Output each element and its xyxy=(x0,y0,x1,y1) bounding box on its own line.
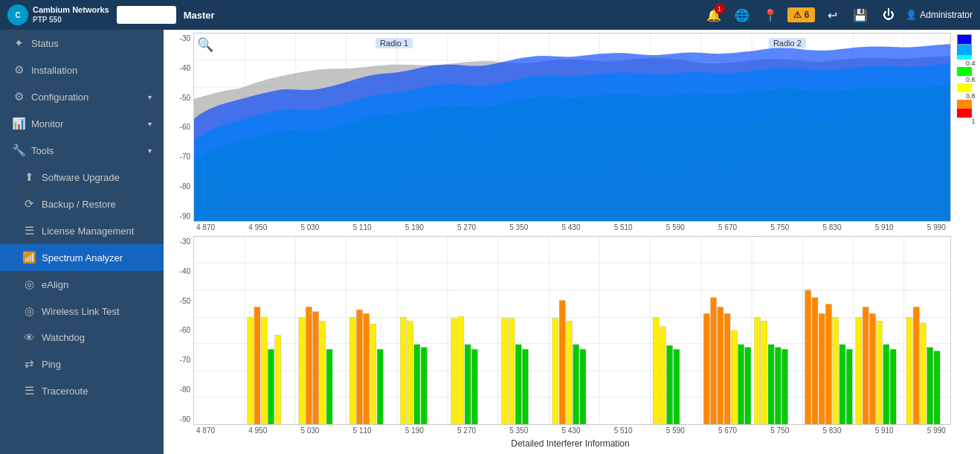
bell-button[interactable]: 🔔 1 xyxy=(703,4,725,26)
power-button[interactable]: ⏻ xyxy=(877,4,900,26)
warning-count: 6 xyxy=(805,10,810,20)
sidebar-item-label: Status xyxy=(31,38,152,49)
sidebar-item-license-management[interactable]: ☰ License Management xyxy=(0,217,164,244)
monitor-icon: 📊 xyxy=(12,117,25,130)
svg-rect-64 xyxy=(458,316,464,424)
bottom-bar-chart xyxy=(193,236,951,425)
globe-button[interactable]: 🌐 xyxy=(731,4,753,26)
chevron-down-icon: ▾ xyxy=(148,147,152,155)
svg-rect-106 xyxy=(913,307,919,425)
svg-rect-61 xyxy=(414,345,420,424)
warning-icon: ⚠ xyxy=(793,10,802,20)
svg-rect-45 xyxy=(254,307,260,425)
sidebar-item-label: Configuration xyxy=(31,92,142,103)
svg-rect-99 xyxy=(856,317,862,424)
sidebar-item-label: Tools xyxy=(31,145,142,156)
device-name-input[interactable] xyxy=(117,6,176,24)
sidebar-item-tools[interactable]: 🔧 Tools ▾ xyxy=(0,137,164,164)
svg-rect-96 xyxy=(833,317,839,424)
location-icon: 📍 xyxy=(763,8,778,22)
sidebar-item-label: Monitor xyxy=(31,118,142,130)
sidebar-item-monitor[interactable]: 📊 Monitor ▾ xyxy=(0,110,164,137)
sidebar-item-label: Spectrum Analyzer xyxy=(42,252,152,263)
bottom-chart-x-axis: 4 870 4 950 5 030 5 110 5 190 5 270 5 35… xyxy=(193,425,949,436)
warning-badge[interactable]: ⚠ 6 xyxy=(787,7,816,22)
svg-rect-89 xyxy=(768,345,774,424)
sidebar-item-label: Ping xyxy=(42,359,152,370)
scale-green xyxy=(957,67,972,76)
svg-rect-60 xyxy=(407,321,413,424)
top-chart-x-axis: 4 870 4 950 5 030 5 110 5 190 5 270 5 35… xyxy=(193,222,949,233)
undo-button[interactable]: ↩ xyxy=(821,4,843,26)
sidebar-item-software-upgrade[interactable]: ⬆ Software Upgrade xyxy=(0,164,164,191)
svg-rect-103 xyxy=(883,345,889,424)
sidebar-item-configuration[interactable]: ⚙ Configuration ▾ xyxy=(0,83,164,110)
header-icons: 🔔 1 🌐 📍 ⚠ 6 ↩ 💾 ⏻ 👤 Administrator xyxy=(703,4,973,26)
sidebar-item-ealign[interactable]: ◎ eAlign xyxy=(0,271,164,298)
svg-rect-58 xyxy=(377,349,383,424)
globe-icon: 🌐 xyxy=(735,8,749,22)
tools-icon: 🔧 xyxy=(12,144,25,157)
magnify-icon[interactable]: 🔍 xyxy=(197,36,213,53)
svg-rect-55 xyxy=(356,310,362,424)
location-button[interactable]: 📍 xyxy=(759,4,781,26)
logo-area: C Cambium Networks PTP 550 xyxy=(7,4,109,25)
svg-rect-83 xyxy=(724,313,730,424)
sidebar-item-watchdog[interactable]: 👁 Watchdog xyxy=(0,324,164,351)
watchdog-icon: 👁 xyxy=(22,331,36,344)
chevron-down-icon: ▾ xyxy=(148,120,152,128)
sidebar-item-label: Installation xyxy=(31,65,152,76)
sidebar-item-backup-restore[interactable]: ⟳ Backup / Restore xyxy=(0,191,164,217)
power-icon: ⏻ xyxy=(883,8,894,22)
svg-rect-104 xyxy=(890,349,896,424)
chart-title: Detailed Interferer Information xyxy=(164,436,977,451)
svg-rect-54 xyxy=(349,317,355,424)
svg-rect-91 xyxy=(781,349,787,424)
color-scale: 0.4 0.6 0.8 1 xyxy=(951,33,977,222)
svg-rect-105 xyxy=(906,317,912,424)
sidebar-item-traceroute[interactable]: ☰ Traceroute xyxy=(0,377,164,404)
svg-rect-90 xyxy=(775,348,781,424)
svg-rect-95 xyxy=(825,304,831,424)
svg-rect-53 xyxy=(326,349,332,424)
svg-rect-63 xyxy=(451,319,457,424)
software-upgrade-icon: ⬆ xyxy=(22,170,36,184)
svg-rect-81 xyxy=(711,298,717,424)
svg-rect-68 xyxy=(509,319,515,424)
sidebar-item-label: Backup / Restore xyxy=(42,199,152,210)
spectrum-svg xyxy=(194,33,950,221)
svg-rect-107 xyxy=(921,323,926,424)
scale-blue xyxy=(957,34,972,45)
scale-red xyxy=(957,109,972,118)
sidebar-item-ping[interactable]: ⇄ Ping xyxy=(0,351,164,377)
svg-rect-79 xyxy=(674,349,680,424)
svg-rect-93 xyxy=(812,298,818,424)
sidebar-item-label: Software Upgrade xyxy=(42,172,152,183)
svg-rect-62 xyxy=(421,348,427,424)
radio1-label: Radio 1 xyxy=(375,38,413,48)
sidebar-item-label: Traceroute xyxy=(42,386,152,397)
status-icon: ✦ xyxy=(12,36,25,50)
svg-rect-76 xyxy=(653,317,659,424)
top-spectrum-chart: 🔍 Radio 1 Radio 2 xyxy=(193,33,951,222)
svg-rect-97 xyxy=(839,345,845,424)
svg-rect-109 xyxy=(934,351,940,424)
svg-rect-48 xyxy=(275,335,281,424)
logo-text: Cambium Networks PTP 550 xyxy=(33,5,109,24)
radio2-label: Radio 2 xyxy=(769,38,806,48)
svg-rect-47 xyxy=(268,349,274,424)
svg-rect-85 xyxy=(738,345,744,424)
save-button[interactable]: 💾 xyxy=(849,4,871,26)
sidebar-item-installation[interactable]: ⚙ Installation xyxy=(0,57,164,83)
svg-rect-44 xyxy=(248,317,254,424)
sidebar-item-wireless-link-test[interactable]: ◎ Wireless Link Test xyxy=(0,298,164,324)
sidebar-item-spectrum-analyzer[interactable]: 📶 Spectrum Analyzer xyxy=(0,244,164,271)
sidebar-item-status[interactable]: ✦ Status xyxy=(0,30,164,57)
scale-yellow xyxy=(957,83,972,92)
svg-rect-56 xyxy=(364,313,370,424)
configuration-icon: ⚙ xyxy=(12,90,25,103)
header: C Cambium Networks PTP 550 Master 🔔 1 🌐 … xyxy=(0,0,980,30)
backup-restore-icon: ⟳ xyxy=(22,197,36,211)
svg-rect-80 xyxy=(703,313,709,424)
svg-rect-94 xyxy=(819,313,825,424)
